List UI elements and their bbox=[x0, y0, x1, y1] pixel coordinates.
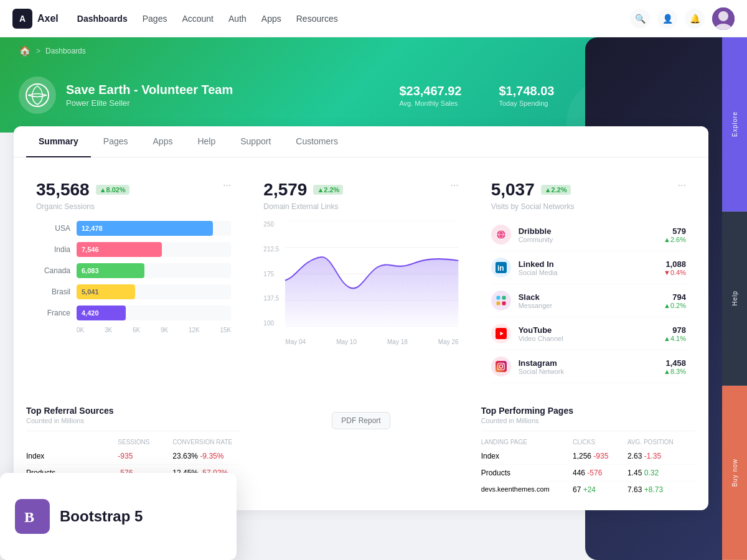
svg-rect-15 bbox=[496, 361, 507, 372]
organic-sessions-more[interactable]: ··· bbox=[223, 180, 231, 191]
brand-name: Axel bbox=[37, 13, 59, 24]
bar-chart: USA 12,478 India bbox=[36, 221, 231, 334]
bar-row-france: France 4,420 bbox=[36, 306, 231, 320]
social-visits-more[interactable]: ··· bbox=[678, 180, 686, 191]
domain-links-label: Domain External Links bbox=[263, 202, 343, 211]
dribbble-icon bbox=[491, 225, 511, 245]
profile-icon bbox=[19, 77, 56, 114]
stat-today-spending: $1,748.03 Today Spending bbox=[499, 84, 555, 107]
profile-info: Save Earth - Volunteer Team Power Elite … bbox=[66, 83, 399, 108]
stat-monthly-sales: $23,467.92 Avg. Monthly Sales bbox=[399, 84, 461, 107]
social-visits-card: 5,037 ▲2.2% Visits by Social Networks ··… bbox=[481, 170, 696, 393]
social-item-instagram: Instagram Social Network 1,458 ▲8.3% bbox=[491, 350, 686, 383]
side-buttons: Explore Help Buy now bbox=[722, 37, 747, 560]
referral-title: Top Referral Sources bbox=[26, 406, 241, 416]
instagram-icon bbox=[491, 357, 511, 376]
chart-x-labels: May 04 May 10 May 18 May 26 bbox=[285, 338, 458, 345]
tab-apps[interactable]: Apps bbox=[141, 126, 186, 157]
stat-value-1: $23,467.92 bbox=[399, 84, 461, 98]
bar-row-canada: Canada 6,083 bbox=[36, 263, 231, 278]
stat-label-2: Today Spending bbox=[499, 100, 555, 107]
buy-now-button[interactable]: Buy now bbox=[722, 386, 747, 560]
slack-icon bbox=[491, 291, 511, 310]
svg-text:B: B bbox=[24, 509, 34, 525]
social-visits-value: 5,037 ▲2.2% bbox=[491, 180, 575, 200]
notifications-button[interactable]: 👤 bbox=[657, 9, 677, 29]
tab-support[interactable]: Support bbox=[228, 126, 283, 157]
social-item-youtube: YouTube Video Channel 978 ▲4.1% bbox=[491, 317, 686, 350]
social-item-dribbble: Dribbble Community 579 ▲2.6% bbox=[491, 218, 686, 251]
tab-customers[interactable]: Customers bbox=[283, 126, 350, 157]
bar-row-brasil: Brasil 5,041 bbox=[36, 284, 231, 299]
bar-row-usa: USA 12,478 bbox=[36, 221, 231, 236]
organic-sessions-card: 35,568 ▲8.02% Organic Sessions ··· bbox=[26, 170, 241, 393]
pdf-report-button[interactable]: PDF Report bbox=[332, 412, 390, 429]
breadcrumb-home[interactable]: 🏠 bbox=[19, 45, 31, 57]
nav-item-auth[interactable]: Auth bbox=[228, 14, 247, 24]
social-item-linkedin: in Linked In Social Media 1,088 ▼0.4% bbox=[491, 251, 686, 284]
avatar[interactable] bbox=[712, 7, 735, 30]
navbar: A Axel Dashboards Pages Account Auth App… bbox=[0, 0, 747, 37]
main-card: Summary Pages Apps Help Support Customer… bbox=[14, 126, 708, 510]
pages-row-keenthemes: devs.keenthemes.com 67 +24 7.63 +8.73 bbox=[481, 482, 696, 498]
pages-row-products: Products 446 -576 1.45 0.32 bbox=[481, 465, 696, 482]
bar-axis: 0K 3K 6K 9K 12K 15K bbox=[36, 327, 231, 334]
referral-subtitle: Counted in Millions bbox=[26, 417, 241, 424]
brand-icon: A bbox=[12, 9, 32, 29]
svg-rect-12 bbox=[502, 302, 505, 306]
tab-pages[interactable]: Pages bbox=[91, 126, 141, 157]
search-button[interactable]: 🔍 bbox=[630, 9, 650, 29]
pdf-report-card: PDF Report bbox=[253, 406, 468, 498]
top-pages-card: Top Performing Pages Counted in Millions… bbox=[481, 406, 696, 498]
nav-item-account[interactable]: Account bbox=[182, 14, 214, 24]
nav-item-dashboards[interactable]: Dashboards bbox=[77, 14, 128, 24]
bar-row-india: India 7,546 bbox=[36, 242, 231, 257]
linkedin-icon: in bbox=[491, 258, 511, 278]
social-item-slack: Slack Messanger 794 ▲0.2% bbox=[491, 284, 686, 317]
nav-right: 🔍 👤 🔔 bbox=[630, 7, 735, 30]
svg-rect-9 bbox=[496, 296, 500, 300]
stat-value-2: $1,748.03 bbox=[499, 84, 555, 98]
youtube-icon bbox=[491, 324, 511, 343]
svg-point-18 bbox=[503, 364, 504, 365]
stat-label-1: Avg. Monthly Sales bbox=[399, 100, 461, 107]
chart-y-labels: 250 212.5 175 137.5 100 bbox=[263, 221, 279, 327]
top-pages-subtitle: Counted in Millions bbox=[481, 417, 696, 424]
settings-button[interactable]: 🔔 bbox=[685, 9, 705, 29]
organic-sessions-value: 35,568 ▲8.02% bbox=[36, 180, 129, 200]
breadcrumb-current: Dashboards bbox=[45, 47, 86, 55]
line-chart: 250 212.5 175 137.5 100 bbox=[263, 221, 458, 345]
social-visits-badge: ▲2.2% bbox=[541, 185, 571, 195]
pages-row-index: Index 1,256 -935 2.63 -1.35 bbox=[481, 448, 696, 465]
bootstrap-label: Bootstrap 5 bbox=[60, 508, 143, 525]
profile-subtitle: Power Elite Seller bbox=[66, 98, 399, 108]
domain-links-card: 2,579 ▲2.2% Domain External Links ··· bbox=[253, 170, 468, 393]
nav-item-pages[interactable]: Pages bbox=[143, 14, 167, 24]
nav-items: Dashboards Pages Account Auth Apps Resou… bbox=[77, 14, 630, 24]
top-pages-title: Top Performing Pages bbox=[481, 406, 696, 416]
organic-sessions-label: Organic Sessions bbox=[36, 202, 129, 211]
nav-item-resources[interactable]: Resources bbox=[296, 14, 338, 24]
brand[interactable]: A Axel bbox=[12, 9, 59, 29]
referral-row-index: Index -935 23.63% -9.35% bbox=[26, 448, 241, 465]
social-visits-label: Visits by Social Networks bbox=[491, 202, 575, 211]
tabs: Summary Pages Apps Help Support Customer… bbox=[14, 126, 708, 157]
explore-button[interactable]: Explore bbox=[722, 37, 747, 212]
dashboard-content: 35,568 ▲8.02% Organic Sessions ··· bbox=[14, 157, 708, 406]
chart-svg-container bbox=[285, 221, 458, 327]
organic-sessions-badge: ▲8.02% bbox=[96, 185, 129, 195]
domain-links-badge: ▲2.2% bbox=[313, 185, 343, 195]
tab-summary[interactable]: Summary bbox=[26, 126, 91, 157]
domain-links-value: 2,579 ▲2.2% bbox=[263, 180, 343, 200]
nav-item-apps[interactable]: Apps bbox=[261, 14, 281, 24]
bootstrap-icon: B bbox=[15, 499, 50, 534]
social-list: Dribbble Community 579 ▲2.6% bbox=[491, 218, 686, 383]
help-button[interactable]: Help bbox=[722, 212, 747, 386]
svg-text:in: in bbox=[497, 264, 504, 273]
profile-name: Save Earth - Volunteer Team bbox=[66, 83, 399, 97]
tab-help[interactable]: Help bbox=[185, 126, 228, 157]
domain-links-more[interactable]: ··· bbox=[450, 180, 458, 191]
svg-rect-10 bbox=[502, 296, 505, 300]
svg-rect-11 bbox=[496, 302, 500, 306]
bootstrap-overlay: B Bootstrap 5 bbox=[0, 473, 237, 560]
